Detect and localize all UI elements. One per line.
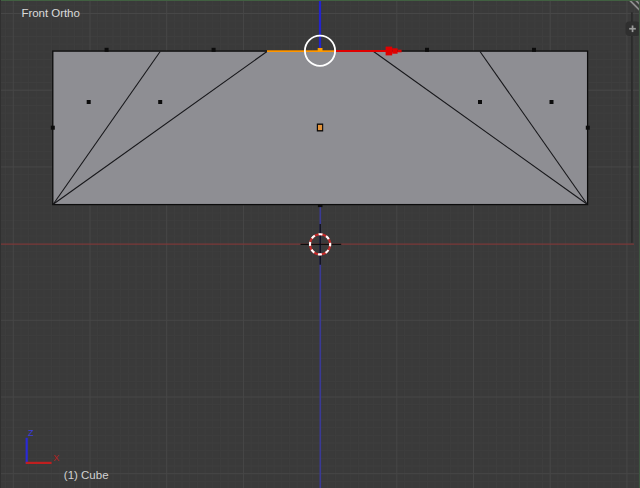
- svg-text:Front Ortho: Front Ortho: [22, 7, 80, 19]
- svg-text:X: X: [53, 453, 59, 463]
- svg-text:Z: Z: [28, 428, 34, 438]
- svg-text:(1) Cube: (1) Cube: [64, 469, 109, 481]
